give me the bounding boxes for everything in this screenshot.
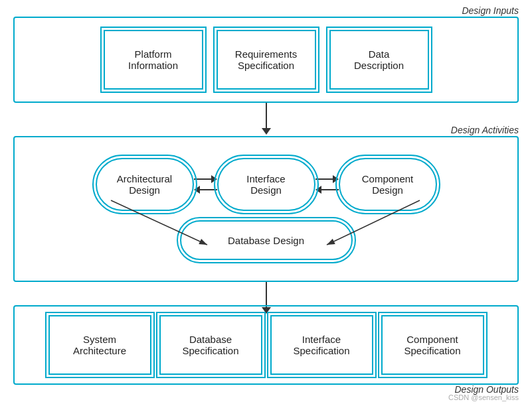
arrow-inputs-to-activities (262, 103, 271, 135)
arch-interface-arrows (194, 175, 217, 194)
diagram-container: Design Inputs PlatformInformation Requir… (0, 0, 532, 408)
platform-information-box: PlatformInformation (104, 30, 203, 90)
component-specification-box: ComponentSpecification (381, 315, 484, 375)
design-inputs-section: PlatformInformation RequirementsSpecific… (13, 17, 519, 103)
component-design-oval: ComponentDesign (339, 158, 437, 211)
requirements-specification-box: RequirementsSpecification (217, 30, 316, 90)
watermark: CSDN @sensen_kiss (448, 393, 519, 401)
design-activities-section: ArchitecturalDesign InterfaceDesign (13, 136, 519, 282)
system-architecture-box: SystemArchitecture (48, 315, 151, 375)
architectural-design-oval: ArchitecturalDesign (96, 158, 194, 211)
database-design-row: Database Design (180, 220, 353, 260)
design-outputs-section: SystemArchitecture DatabaseSpecification… (13, 305, 519, 385)
interface-component-arrows (315, 175, 339, 194)
interface-design-oval: InterfaceDesign (217, 158, 315, 211)
interface-specification-box: InterfaceSpecification (270, 315, 373, 375)
design-inputs-label: Design Inputs (462, 5, 519, 16)
data-description-box: DataDescription (329, 30, 429, 90)
database-specification-box: DatabaseSpecification (159, 315, 262, 375)
activities-top-row: ArchitecturalDesign InterfaceDesign (96, 158, 437, 211)
database-design-oval: Database Design (180, 220, 353, 260)
design-activities-label: Design Activities (451, 125, 519, 135)
